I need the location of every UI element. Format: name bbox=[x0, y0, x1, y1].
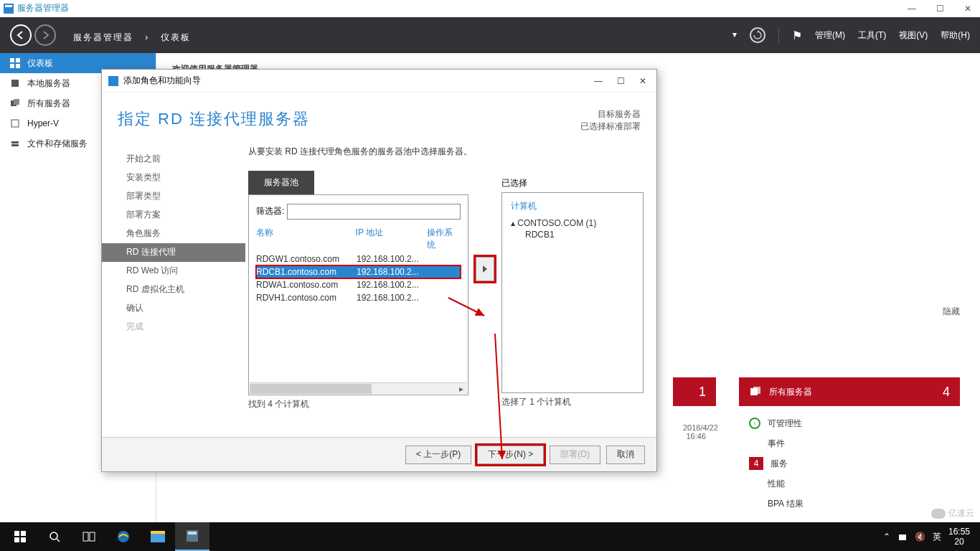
selected-server[interactable]: RDCB1 bbox=[511, 230, 634, 240]
wizard-step-rd-broker[interactable]: RD 连接代理 bbox=[102, 243, 245, 262]
tile-header[interactable]: 所有服务器 4 bbox=[739, 377, 960, 406]
menu-tools[interactable]: 工具(T) bbox=[858, 29, 886, 42]
nav-back-button[interactable] bbox=[10, 24, 32, 46]
svg-rect-9 bbox=[11, 120, 19, 127]
tray-clock[interactable]: 16:55 20 bbox=[948, 527, 970, 547]
svg-rect-6 bbox=[11, 80, 19, 87]
svg-rect-23 bbox=[83, 532, 88, 541]
menu-view[interactable]: 视图(V) bbox=[899, 29, 928, 42]
nav-forward-button[interactable] bbox=[34, 24, 56, 46]
svg-rect-13 bbox=[753, 387, 760, 394]
tile-all-servers: 所有服务器 4 ↑可管理性 事件 4服务 性能 BPA 结果 2018/4/22… bbox=[739, 377, 960, 535]
taskbar-server-manager[interactable] bbox=[175, 522, 209, 551]
tile-count: 1 bbox=[699, 385, 706, 400]
sidebar-label: 文件和存储服务 bbox=[27, 138, 88, 150]
wizard-maximize-button[interactable]: ☐ bbox=[617, 76, 625, 86]
tile-row-bpa[interactable]: BPA 结果 bbox=[749, 494, 950, 514]
selected-heading: 已选择 bbox=[501, 177, 527, 189]
pool-row[interactable]: RDVH1.contoso.com192.168.100.2... bbox=[256, 291, 461, 304]
sidebar-label: Hyper-V bbox=[27, 118, 59, 128]
hide-link[interactable]: 隐藏 bbox=[943, 306, 960, 318]
watermark: 亿速云 bbox=[931, 507, 974, 519]
wizard-step-rd-virt[interactable]: RD 虚拟化主机 bbox=[102, 281, 245, 299]
wizard-step-deploy-scenario[interactable]: 部署方案 bbox=[102, 206, 245, 225]
svg-rect-1 bbox=[5, 5, 12, 7]
tray-network-icon[interactable] bbox=[897, 532, 908, 542]
next-button[interactable]: 下一步(N) > bbox=[477, 446, 544, 464]
tray-ime[interactable]: 英 bbox=[933, 531, 941, 543]
horizontal-scrollbar[interactable]: ▸ bbox=[250, 382, 467, 394]
wizard-step-deploy-type[interactable]: 部署类型 bbox=[102, 187, 245, 206]
dropdown-caret-icon[interactable]: ▾ bbox=[732, 29, 737, 39]
close-button[interactable]: ✕ bbox=[964, 4, 971, 14]
maximize-button[interactable]: ☐ bbox=[936, 4, 944, 14]
tile-row-performance[interactable]: 性能 bbox=[749, 474, 950, 494]
taskbar-ie[interactable] bbox=[106, 522, 141, 551]
tile-timestamp: 2018/4/22 16:46 bbox=[673, 420, 716, 443]
svg-rect-10 bbox=[11, 141, 19, 143]
pool-row-selected[interactable]: RDCB1.contoso.com192.168.100.2... bbox=[256, 265, 461, 278]
wizard-step-confirm[interactable]: 确认 bbox=[102, 299, 245, 318]
minimize-button[interactable]: — bbox=[908, 4, 916, 14]
svg-rect-24 bbox=[90, 532, 95, 541]
svg-rect-11 bbox=[11, 144, 19, 146]
wizard-step-rd-web[interactable]: RD Web 访问 bbox=[102, 262, 245, 281]
header-divider bbox=[778, 27, 779, 44]
wizard-icon bbox=[108, 75, 119, 87]
tile-row-events[interactable]: 事件 bbox=[749, 433, 950, 453]
selected-domain[interactable]: ▴ CONTOSO.COM (1) bbox=[511, 218, 634, 228]
pool-tab[interactable]: 服务器池 bbox=[248, 171, 314, 194]
wizard-close-button[interactable]: ✕ bbox=[639, 76, 646, 86]
svg-rect-18 bbox=[21, 531, 26, 536]
wizard-description: 从要安装 RD 连接代理角色服务的服务器池中选择服务器。 bbox=[248, 146, 644, 158]
refresh-button[interactable] bbox=[750, 27, 765, 43]
servers-icon bbox=[749, 385, 762, 398]
dashboard-icon bbox=[10, 58, 20, 68]
menu-help[interactable]: 帮助(H) bbox=[941, 29, 970, 42]
app-icon bbox=[3, 3, 14, 14]
tile-item: 1 2018/4/22 16:46 bbox=[673, 377, 716, 535]
add-roles-wizard-dialog: 添加角色和功能向导 — ☐ ✕ 指定 RD 连接代理服务器 目标服务器 已选择标… bbox=[101, 69, 657, 472]
scroll-right-icon[interactable]: ▸ bbox=[456, 383, 467, 395]
filter-input[interactable] bbox=[287, 204, 461, 220]
wizard-minimize-button[interactable]: — bbox=[594, 76, 603, 86]
pool-footer: 找到 4 个计算机 bbox=[248, 395, 468, 410]
wizard-step-role-services[interactable]: 角色服务 bbox=[102, 225, 245, 243]
wizard-titlebar: 添加角色和功能向导 — ☐ ✕ bbox=[102, 70, 656, 93]
selected-box: 计算机 ▴ CONTOSO.COM (1) RDCB1 bbox=[501, 192, 644, 393]
svg-rect-29 bbox=[188, 532, 197, 534]
menu-manage[interactable]: 管理(M) bbox=[815, 29, 845, 42]
add-server-button[interactable] bbox=[476, 257, 494, 281]
wizard-step-install-type[interactable]: 安装类型 bbox=[102, 169, 245, 187]
tile-row-services[interactable]: 4服务 bbox=[749, 453, 950, 474]
prev-button[interactable]: < 上一步(P) bbox=[405, 446, 471, 464]
hyperv-icon bbox=[10, 118, 20, 128]
col-os[interactable]: 操作系统 bbox=[427, 227, 461, 251]
cancel-button[interactable]: 取消 bbox=[606, 446, 645, 464]
status-up-icon: ↑ bbox=[749, 418, 760, 429]
svg-line-22 bbox=[57, 539, 60, 542]
col-ip[interactable]: IP 地址 bbox=[356, 227, 427, 251]
crumb-separator-icon: › bbox=[145, 32, 149, 42]
wizard-step-before[interactable]: 开始之前 bbox=[102, 150, 245, 169]
search-button[interactable] bbox=[37, 522, 72, 551]
server-icon bbox=[10, 78, 20, 88]
wizard-title: 添加角色和功能向导 bbox=[123, 75, 201, 87]
tray-volume-icon[interactable]: 🔇 bbox=[915, 532, 925, 542]
pool-row[interactable]: RDWA1.contoso.com192.168.100.2... bbox=[256, 278, 461, 291]
task-view-button[interactable] bbox=[72, 522, 106, 551]
wizard-target-value: 已选择标准部署 bbox=[580, 121, 641, 133]
col-name[interactable]: 名称 bbox=[256, 227, 356, 251]
taskbar-explorer[interactable] bbox=[141, 522, 175, 551]
wizard-footer: < 上一步(P) 下一步(N) > 部署(D) 取消 bbox=[102, 437, 656, 471]
tile-row-manageability[interactable]: ↑可管理性 bbox=[749, 413, 950, 433]
tray-up-icon[interactable]: ⌃ bbox=[883, 532, 890, 542]
pool-row[interactable]: RDGW1.contoso.com192.168.100.2... bbox=[256, 253, 461, 265]
tile-header[interactable]: 1 bbox=[673, 377, 716, 406]
tile-title: 所有服务器 bbox=[769, 386, 812, 398]
crumb-page: 仪表板 bbox=[161, 32, 191, 42]
notifications-flag-icon[interactable]: ⚑ bbox=[792, 29, 802, 42]
header-bar: 服务器管理器 › 仪表板 ▾ ⚑ 管理(M) 工具(T) 视图(V) 帮助(H) bbox=[0, 17, 980, 53]
start-button[interactable] bbox=[3, 522, 37, 551]
svg-rect-17 bbox=[14, 531, 19, 536]
